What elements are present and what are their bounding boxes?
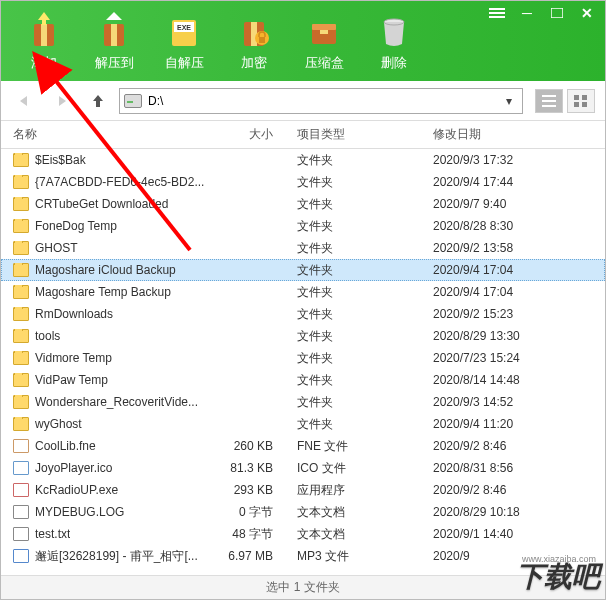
file-row[interactable]: FoneDog Temp文件夹2020/8/28 8:30 [1,215,605,237]
file-row[interactable]: CoolLib.fne260 KBFNE 文件2020/9/2 8:46 [1,435,605,457]
file-name: {7A7ACBDD-FED6-4ec5-BD2... [35,175,204,189]
svg-rect-15 [312,24,336,30]
file-date: 2020/8/29 13:30 [421,329,605,343]
status-bar: 选中 1 文件夹 [1,575,605,599]
file-type: 文件夹 [281,416,421,433]
folder-icon [13,197,29,211]
menu-button[interactable] [485,5,509,21]
file-date: 2020/9/2 13:58 [421,241,605,255]
encrypt-icon [234,10,274,50]
column-header-type[interactable]: 项目类型 [281,126,421,143]
close-button[interactable]: ✕ [575,5,599,21]
file-date: 2020/8/14 14:48 [421,373,605,387]
file-type: 文件夹 [281,306,421,323]
minimize-button[interactable]: ─ [515,5,539,21]
path-dropdown-icon[interactable]: ▾ [500,94,518,108]
file-row[interactable]: JoyoPlayer.ico81.3 KBICO 文件2020/8/31 8:5… [1,457,605,479]
delete-button[interactable]: 删除 [359,8,429,74]
folder-icon [13,241,29,255]
encrypt-button[interactable]: 加密 [219,8,289,74]
list-view-button[interactable] [535,89,563,113]
svg-marker-2 [38,12,50,20]
file-name: GHOST [35,241,78,255]
file-name: KcRadioUP.exe [35,483,118,497]
file-date: 2020/9/4 17:44 [421,175,605,189]
file-date: 2020/9 [421,549,605,563]
add-button[interactable]: 添加 [9,8,79,74]
file-name-cell: JoyoPlayer.ico [1,461,221,475]
maximize-button[interactable] [545,5,569,21]
file-type: 文件夹 [281,240,421,257]
file-row[interactable]: KcRadioUP.exe293 KB应用程序2020/9/2 8:46 [1,479,605,501]
file-row[interactable]: test.txt48 字节文本文档2020/9/1 14:40 [1,523,605,545]
file-row[interactable]: 邂逅[32628199] - 甫平_相守[...6.97 MBMP3 文件202… [1,545,605,567]
up-button[interactable] [83,89,113,113]
add-label: 添加 [31,54,57,72]
file-type: 文件夹 [281,372,421,389]
file-row[interactable]: Vidmore Temp文件夹2020/7/23 15:24 [1,347,605,369]
svg-marker-25 [93,95,103,107]
file-row[interactable]: GHOST文件夹2020/9/2 13:58 [1,237,605,259]
sfx-button[interactable]: EXE 自解压 [149,8,219,74]
svg-rect-19 [489,8,505,10]
main-toolbar: 添加 解压到 EXE 自解压 [1,1,605,81]
file-name-cell: CRTubeGet Downloaded [1,197,221,211]
svg-rect-26 [542,95,556,97]
file-date: 2020/9/2 8:46 [421,483,605,497]
grid-view-button[interactable] [567,89,595,113]
delete-label: 删除 [381,54,407,72]
svg-rect-32 [582,102,587,107]
file-name: $Eis$Bak [35,153,86,167]
file-size: 260 KB [221,439,281,453]
file-type: ICO 文件 [281,460,421,477]
file-name: Vidmore Temp [35,351,112,365]
file-name-cell: FoneDog Temp [1,219,221,233]
path-input[interactable]: D:\ ▾ [119,88,523,114]
forward-button[interactable] [47,89,77,113]
file-name-cell: GHOST [1,241,221,255]
status-text: 选中 1 文件夹 [266,579,339,596]
column-header-name[interactable]: 名称 [1,126,221,143]
svg-rect-27 [542,100,556,102]
archive-box-button[interactable]: 压缩盒 [289,8,359,74]
file-row[interactable]: VidPaw Temp文件夹2020/8/14 14:48 [1,369,605,391]
file-name-cell: tools [1,329,221,343]
file-row[interactable]: tools文件夹2020/8/29 13:30 [1,325,605,347]
file-row[interactable]: $Eis$Bak文件夹2020/9/3 17:32 [1,149,605,171]
file-name: test.txt [35,527,70,541]
file-name-cell: VidPaw Temp [1,373,221,387]
svg-rect-29 [574,95,579,100]
file-list[interactable]: $Eis$Bak文件夹2020/9/3 17:32{7A7ACBDD-FED6-… [1,149,605,575]
file-name-cell: MYDEBUG.LOG [1,505,221,519]
file-row[interactable]: CRTubeGet Downloaded文件夹2020/9/7 9:40 [1,193,605,215]
file-name: tools [35,329,60,343]
folder-icon [13,285,29,299]
file-name-cell: CoolLib.fne [1,439,221,453]
svg-rect-1 [41,24,47,46]
file-row[interactable]: Magoshare Temp Backup文件夹2020/9/4 17:04 [1,281,605,303]
file-row[interactable]: RmDownloads文件夹2020/9/2 15:23 [1,303,605,325]
file-row[interactable]: wyGhost文件夹2020/9/4 11:20 [1,413,605,435]
file-row[interactable]: Magoshare iCloud Backup文件夹2020/9/4 17:04 [1,259,605,281]
column-header-date[interactable]: 修改日期 [421,126,605,143]
file-date: 2020/8/31 8:56 [421,461,605,475]
file-name: JoyoPlayer.ico [35,461,112,475]
file-name: wyGhost [35,417,82,431]
file-row[interactable]: MYDEBUG.LOG0 字节文本文档2020/8/29 10:18 [1,501,605,523]
file-type: 应用程序 [281,482,421,499]
file-name: CoolLib.fne [35,439,96,453]
file-name: Magoshare iCloud Backup [35,263,176,277]
archive-box-icon [304,10,344,50]
folder-icon [13,351,29,365]
encrypt-label: 加密 [241,54,267,72]
file-type: 文件夹 [281,284,421,301]
folder-icon [13,307,29,321]
file-row[interactable]: Wondershare_RecoveritVide...文件夹2020/9/3 … [1,391,605,413]
column-header-size[interactable]: 大小 [221,126,281,143]
file-row[interactable]: {7A7ACBDD-FED6-4ec5-BD2...文件夹2020/9/4 17… [1,171,605,193]
file-type: 文件夹 [281,174,421,191]
file-name: VidPaw Temp [35,373,108,387]
extract-button[interactable]: 解压到 [79,8,149,74]
back-button[interactable] [11,89,41,113]
file-date: 2020/9/1 14:40 [421,527,605,541]
